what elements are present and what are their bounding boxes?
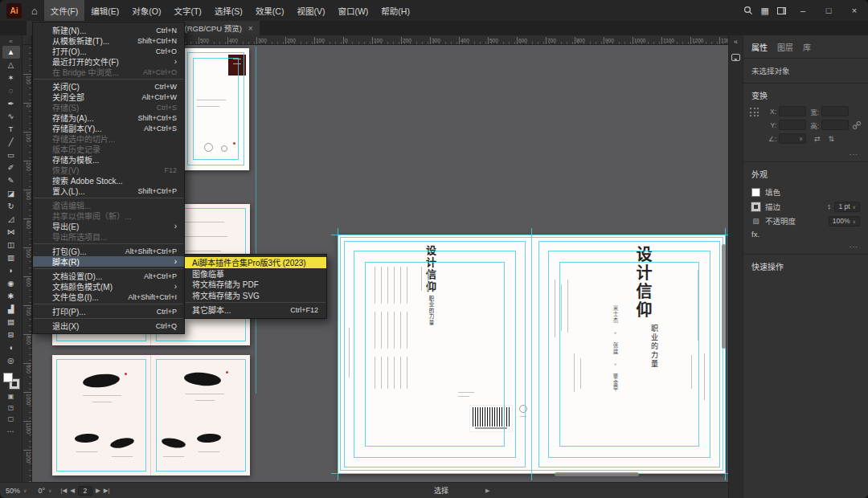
tab-libraries[interactable]: 库 [803, 41, 811, 53]
stroke-swatch[interactable] [751, 202, 760, 211]
menubar-item[interactable]: 文字(T) [167, 0, 207, 21]
text-placeholder [375, 267, 375, 304]
vertical-scrollbar-thumb[interactable] [722, 244, 726, 349]
menu-item[interactable]: 置入(L)...Shift+Ctrl+P [33, 186, 184, 196]
blend-tool[interactable]: ◉ [2, 277, 20, 290]
draw-normal-mode-icon[interactable]: ▣ [8, 393, 14, 400]
horizontal-scrollbar-thumb[interactable] [555, 472, 639, 476]
type-tool[interactable]: T [2, 123, 20, 136]
menu-item[interactable]: 打印(P)...Ctrl+P [33, 306, 184, 316]
first-artboard-button[interactable]: |◀ [60, 487, 67, 494]
edit-toolbar-icon[interactable]: ⋯ [7, 427, 15, 435]
angle-select[interactable]: ∨ [779, 133, 806, 144]
ruler-origin-corner[interactable] [23, 35, 32, 45]
gradient-tool[interactable]: ▥ [2, 251, 20, 264]
text-placeholder [520, 416, 526, 417]
toolbar-collapse-icon[interactable]: « [9, 38, 12, 45]
menu-item[interactable]: 脚本(R)› [33, 256, 184, 267]
artboard-tool[interactable]: ▤ [2, 316, 20, 329]
arrange-documents-icon[interactable]: ▦ [761, 6, 769, 16]
close-button[interactable]: × [845, 6, 863, 15]
search-icon[interactable] [743, 6, 753, 15]
direct-selection-tool[interactable]: △ [2, 59, 20, 71]
artboard-number-input[interactable]: 2 [78, 486, 92, 496]
minimize-button[interactable]: – [794, 6, 812, 15]
comment-panel-icon[interactable] [731, 54, 740, 61]
menubar-item[interactable]: 效果(C) [249, 0, 291, 21]
menu-separator [186, 302, 326, 303]
menu-item[interactable]: 将文档存储为 SVG [185, 290, 326, 301]
slice-tool[interactable]: ⊟ [2, 329, 20, 341]
maximize-button[interactable]: □ [820, 6, 837, 15]
pen-tool[interactable]: ✒ [2, 97, 20, 110]
menubar-item[interactable]: 视图(V) [290, 0, 331, 21]
line-segment-tool[interactable]: ╱ [2, 136, 20, 149]
artboard-lens-spread[interactable] [52, 355, 250, 476]
y-input[interactable] [779, 120, 806, 130]
artboard-book-cover-spread[interactable]: 设计信仰 职业的力量 设计信仰 职业的力量 米士杰 × 张建 × 董金早 [338, 235, 726, 474]
workspace-switcher-icon[interactable] [777, 7, 786, 14]
curvature-tool[interactable]: ∿ [2, 110, 20, 123]
screen-mode-icon[interactable]: ▢ [8, 415, 14, 422]
symbol-sprayer-tool[interactable]: ✱ [2, 290, 20, 303]
menubar-item[interactable]: 文件(F) [44, 0, 84, 21]
lasso-tool[interactable]: ◌ [2, 84, 20, 97]
constrain-proportions-icon[interactable] [853, 121, 861, 129]
menubar-item[interactable]: 窗口(W) [331, 0, 375, 21]
next-artboard-button[interactable]: ▶ [96, 487, 100, 494]
tab-properties[interactable]: 属性 [751, 41, 768, 53]
flip-horizontal-icon[interactable]: ⇄ [814, 135, 821, 143]
appearance-more-options[interactable]: ... [743, 239, 868, 251]
prev-artboard-button[interactable]: ◀ [70, 487, 75, 494]
fill-swatch[interactable] [751, 188, 760, 197]
rotation-select[interactable]: 0°∨ [32, 483, 57, 498]
stroke-weight-stepper[interactable]: ▴▾ [828, 203, 830, 210]
draw-behind-mode-icon[interactable]: ◳ [8, 404, 14, 411]
x-input[interactable] [779, 106, 806, 116]
zoom-tool[interactable]: ◎ [2, 354, 20, 367]
eyedropper-tool[interactable]: ◗ [2, 264, 20, 277]
reference-point-locator[interactable] [750, 108, 760, 118]
menubar-item[interactable]: 编辑(E) [84, 0, 125, 21]
tab-close-icon[interactable]: × [248, 24, 253, 33]
last-artboard-button[interactable]: ▶| [104, 487, 110, 494]
menu-item[interactable]: 退出(X)Ctrl+Q [33, 320, 184, 331]
eraser-tool[interactable]: ◪ [2, 187, 20, 200]
scale-tool[interactable]: ◿ [2, 213, 20, 226]
menubar-item[interactable]: 帮助(H) [375, 0, 416, 21]
height-input[interactable] [821, 120, 849, 130]
shape-builder-tool[interactable]: ◫ [2, 239, 20, 251]
vertical-ruler[interactable]: 1000100200300400500600700800900100011001… [23, 45, 32, 482]
status-expand-icon[interactable]: ▶ [485, 488, 489, 494]
menu-item[interactable]: 文件信息(I)...Alt+Shift+Ctrl+I [33, 292, 184, 302]
artboard-notebook-cover[interactable] [183, 48, 249, 170]
pencil-tool[interactable]: ✎ [2, 174, 20, 187]
width-input[interactable] [821, 106, 849, 116]
menubar-item[interactable]: 选择(S) [208, 0, 249, 21]
menu-item[interactable]: 图像临摹 [185, 268, 326, 280]
magic-wand-tool[interactable]: ✶ [2, 71, 20, 84]
rotate-tool[interactable]: ↻ [2, 200, 20, 213]
menubar-item[interactable]: 对象(O) [125, 0, 167, 21]
flip-vertical-icon[interactable]: ⇅ [829, 135, 835, 143]
fill-color-swatch[interactable] [3, 373, 13, 382]
ruler-label: 500 [23, 247, 31, 258]
tab-layers[interactable]: 图层 [777, 41, 793, 53]
ruler-label: 500 [199, 37, 209, 44]
stroke-weight-select[interactable]: 1 pt∨ [834, 202, 860, 212]
home-icon[interactable]: ⌂ [31, 5, 38, 17]
paintbrush-tool[interactable]: ✐ [2, 161, 20, 174]
selection-tool[interactable]: ▲ [2, 46, 20, 59]
collapse-panels-icon[interactable]: « [734, 38, 738, 46]
effects-button[interactable]: fx. [751, 230, 760, 239]
column-graph-tool[interactable]: ▟ [2, 303, 20, 316]
zoom-select[interactable]: 50%∨ [0, 483, 32, 498]
width-tool[interactable]: ⋈ [2, 226, 20, 239]
menu-item[interactable]: Ai脚本插件合集Pro版3代 (2023) [185, 257, 326, 268]
opacity-select[interactable]: 100%∨ [829, 216, 860, 227]
menu-item[interactable]: 其它脚本...Ctrl+F12 [185, 304, 326, 316]
transform-more-options[interactable]: ... [743, 147, 868, 159]
menu-item[interactable]: 将文档存储为 PDF [185, 279, 326, 290]
hand-tool[interactable]: ◖ [2, 341, 20, 354]
rectangle-tool[interactable]: ▭ [2, 149, 20, 161]
